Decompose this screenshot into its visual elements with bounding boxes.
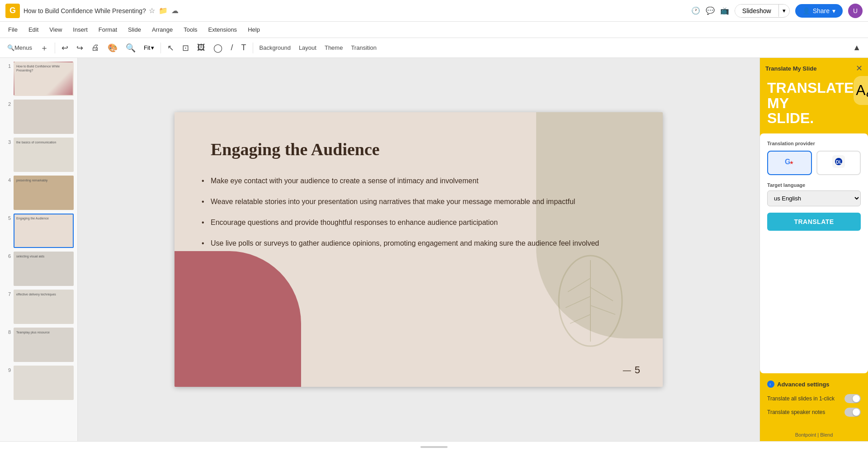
- transition-button[interactable]: Transition: [347, 43, 380, 53]
- translate-all-slides-label: Translate all slides in 1-click: [767, 395, 835, 402]
- history-icon[interactable]: 🕐: [691, 6, 700, 15]
- slide-num-3: 3: [4, 138, 11, 145]
- slide-thumb-4[interactable]: 4 presenting remarkably: [4, 176, 74, 210]
- slide-num-4: 4: [4, 176, 11, 183]
- translate-speaker-notes-row: Translate speaker notes: [767, 408, 861, 417]
- slide-thumb-text-9: [14, 366, 73, 370]
- menu-slide[interactable]: Slide: [123, 24, 146, 35]
- doc-title-area: How to Build Confidence While Presenting…: [24, 6, 688, 15]
- slide-preview-8: Teamplay plus resource: [14, 328, 74, 362]
- slide-num-2: 2: [4, 100, 11, 107]
- slide-title: Engaging the Audience: [211, 139, 380, 159]
- menu-edit[interactable]: Edit: [24, 24, 43, 35]
- slide-thumb-5[interactable]: 5 Engaging the Audience: [4, 214, 74, 248]
- select-button[interactable]: ⊡: [179, 41, 193, 55]
- translate-all-slides-row: Translate all slides in 1-click: [767, 394, 861, 403]
- translate-all-slides-toggle[interactable]: [844, 394, 861, 403]
- menu-file[interactable]: File: [4, 24, 22, 35]
- background-button[interactable]: Background: [256, 43, 294, 53]
- collapse-toolbar-button[interactable]: ▲: [849, 41, 864, 54]
- avatar[interactable]: U: [848, 4, 863, 18]
- slide-thumb-7[interactable]: 7 effective delivery techniques: [4, 290, 74, 324]
- slide-preview-3: the basics of communication: [14, 138, 74, 172]
- present-icon[interactable]: 📺: [720, 6, 729, 15]
- zoom-button[interactable]: 🔍: [122, 41, 139, 55]
- slide-thumb-9[interactable]: 9: [4, 366, 74, 400]
- slideshow-main-button[interactable]: Slideshow: [735, 5, 778, 17]
- hero-icon-bubble: Aあ: [854, 76, 868, 105]
- cursor-button[interactable]: ↖: [164, 41, 178, 55]
- doc-title: How to Build Confidence While Presenting…: [24, 7, 146, 14]
- menus-label: Menus: [14, 44, 32, 51]
- menu-format[interactable]: Format: [94, 24, 122, 35]
- comment-icon[interactable]: 💬: [706, 6, 715, 15]
- menu-tools[interactable]: Tools: [179, 24, 202, 35]
- fit-label: Fit: [144, 44, 150, 51]
- print-button[interactable]: 🖨: [88, 41, 103, 54]
- menu-insert[interactable]: Insert: [68, 24, 92, 35]
- svg-line-6: [570, 314, 590, 324]
- slide-thumb-text-3: the basics of communication: [14, 138, 73, 146]
- slide-thumb-8[interactable]: 8 Teamplay plus resource: [4, 328, 74, 362]
- slide-thumb-2[interactable]: 2: [4, 100, 74, 134]
- toolbar: 🔍 Menus ＋ ↩ ↪ 🖨 🎨 🔍 Fit ▾ ↖ ⊡ 🖼 ◯ / T Ba…: [0, 38, 868, 58]
- translate-speaker-notes-toggle[interactable]: [844, 408, 861, 417]
- svg-line-3: [590, 287, 613, 301]
- slide-thumb-text-2: [14, 100, 73, 104]
- image-button[interactable]: 🖼: [193, 41, 209, 54]
- add-button[interactable]: ＋: [37, 41, 52, 55]
- line-button[interactable]: /: [227, 41, 236, 54]
- slide-canvas[interactable]: Engaging the Audience Make eye contact w…: [175, 112, 663, 387]
- slides-panel: 1 How to Build Confidence While Presenti…: [0, 58, 78, 441]
- hero-icon-area: Aあ: [854, 76, 868, 105]
- menu-help[interactable]: Help: [243, 24, 264, 35]
- cloud-icon[interactable]: ☁: [171, 6, 179, 15]
- sidebar-header: Translate My Slide ✕: [760, 58, 868, 77]
- svg-line-5: [590, 305, 615, 314]
- share-button[interactable]: 👤 Share ▾: [795, 4, 843, 18]
- google-provider-button[interactable]: G ★: [767, 151, 812, 175]
- slide-thumb-6[interactable]: 6 selecting visual aids: [4, 252, 74, 286]
- search-menus-button[interactable]: 🔍 Menus: [4, 43, 36, 53]
- translate-sidebar: Translate My Slide ✕ TRANSLATE MY SLIDE.…: [760, 58, 868, 441]
- slide-thumb-text-8: Teamplay plus resource: [14, 328, 73, 336]
- paint-format-button[interactable]: 🎨: [104, 41, 121, 55]
- star-icon[interactable]: ☆: [149, 6, 155, 15]
- google-icon: G ★: [783, 155, 796, 171]
- language-select[interactable]: us English French Spanish German Japanes…: [767, 190, 861, 206]
- slide-thumb-3[interactable]: 3 the basics of communication: [4, 138, 74, 172]
- svg-line-2: [568, 278, 590, 292]
- layout-button[interactable]: Layout: [295, 43, 320, 53]
- menu-view[interactable]: View: [45, 24, 66, 35]
- undo-button[interactable]: ↩: [58, 41, 72, 55]
- circle-button[interactable]: ◯: [210, 41, 226, 55]
- translate-button[interactable]: TRANSLATE: [767, 213, 861, 231]
- fit-dropdown[interactable]: Fit ▾: [140, 43, 158, 53]
- folder-icon[interactable]: 📁: [159, 6, 168, 15]
- advanced-header[interactable]: i Advanced settings: [767, 381, 861, 388]
- hero-heading-line1: TRANSLATE: [767, 81, 854, 96]
- textbox-button[interactable]: T: [238, 41, 250, 54]
- slide-container: Engaging the Audience Make eye contact w…: [78, 58, 760, 441]
- share-label: Share: [813, 7, 830, 14]
- translate-card: Translation provider G ★: [760, 133, 868, 373]
- theme-button[interactable]: Theme: [321, 43, 346, 53]
- redo-button[interactable]: ↪: [73, 41, 87, 55]
- sidebar-close-button[interactable]: ✕: [856, 63, 863, 73]
- menu-extensions[interactable]: Extensions: [204, 24, 242, 35]
- slide-preview-4: presenting remarkably: [14, 176, 74, 210]
- slide-thumb-1[interactable]: 1 How to Build Confidence While Presenti…: [4, 62, 74, 96]
- target-language-label: Target language: [767, 182, 861, 188]
- toolbar-divider-3: [253, 43, 253, 53]
- translate-hero: TRANSLATE MY SLIDE. Aあ: [760, 77, 868, 133]
- slide-bullet-3: Encourage questions and provide thoughtf…: [202, 217, 627, 228]
- slide-thumb-text-5: Engaging the Audience: [14, 214, 73, 222]
- share-arrow: ▾: [832, 7, 835, 14]
- menu-arrange[interactable]: Arrange: [147, 24, 177, 35]
- slide-img-4: presenting remarkably: [14, 176, 73, 209]
- sidebar-footer: Bontpoint | Blend: [760, 428, 868, 441]
- footer-links: Bontpoint | Blend: [795, 432, 833, 438]
- slideshow-dropdown-button[interactable]: ▾: [778, 5, 789, 17]
- toolbar-right: ▲: [849, 41, 864, 54]
- deepl-provider-button[interactable]: DL: [816, 151, 861, 175]
